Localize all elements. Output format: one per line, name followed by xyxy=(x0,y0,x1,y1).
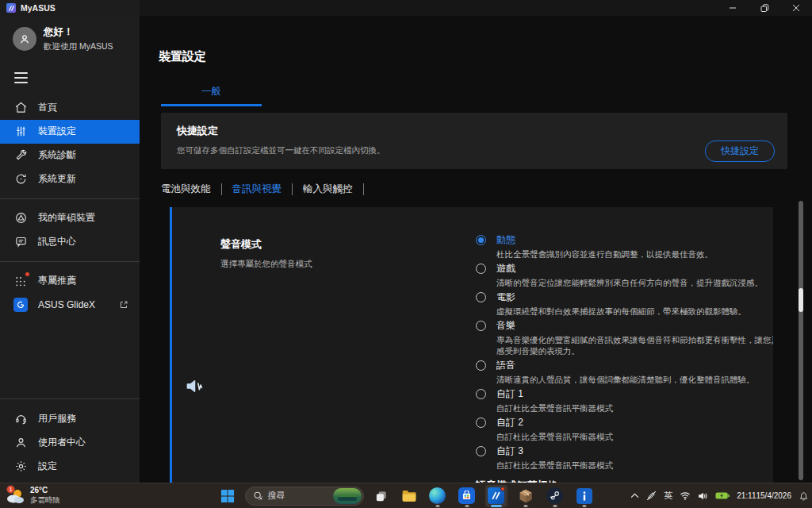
radio-row[interactable]: 電影 xyxy=(476,291,773,303)
wifi-icon[interactable] xyxy=(680,491,691,500)
sound-mode-header: 聲音模式 選擇專屬於您的聲音模式 xyxy=(220,237,312,270)
sidebar-item-home[interactable]: 首頁 xyxy=(0,96,140,120)
sidebar-item-label: 使用者中心 xyxy=(38,436,86,449)
sidebar-item-customer-service[interactable]: 用戶服務 xyxy=(0,406,140,430)
radio-button[interactable] xyxy=(476,446,486,456)
category-tab-bar: 電池與效能 音訊與視覺 輸入與觸控 xyxy=(161,183,812,196)
radio-button[interactable] xyxy=(476,360,486,371)
running-indicator xyxy=(582,505,586,507)
restore-button[interactable] xyxy=(749,0,780,16)
option-label: 自訂 1 xyxy=(496,387,523,401)
option-description: 專為音樂優化的豐富細膩的音訊效果讓每個音符和節拍都更有衝擊性，讓您真正感受到音樂… xyxy=(496,334,773,357)
window-title: MyASUS xyxy=(21,3,56,13)
tab-general[interactable]: 一般 xyxy=(161,85,262,106)
running-indicator xyxy=(465,505,469,507)
tab-input-touch[interactable]: 輸入與觸控 xyxy=(303,183,353,196)
clock-time: 21:11 xyxy=(737,491,756,501)
titlebar: MyASUS xyxy=(0,0,812,16)
taskbar-clock[interactable]: 21:11 15/4/2026 xyxy=(737,491,791,501)
start-button[interactable] xyxy=(217,486,238,506)
window-controls xyxy=(717,0,812,16)
search-daily-image xyxy=(333,488,362,504)
sidebar-item-my-asus-devices[interactable]: 我的華碩裝置 xyxy=(0,206,140,230)
option-description: 自訂杜比全景聲音訊平衡器模式 xyxy=(496,402,773,414)
radio-button[interactable] xyxy=(476,292,486,302)
option-label: 遊戲 xyxy=(496,262,515,275)
pen-disabled-icon[interactable] xyxy=(646,491,657,501)
notification-badge xyxy=(25,272,29,276)
message-center-icon xyxy=(13,235,28,249)
page-title: 裝置設定 xyxy=(159,49,812,64)
taskbar-app-asus-box[interactable] xyxy=(515,485,537,507)
tab-audio-visual[interactable]: 音訊與視覺 xyxy=(232,183,282,196)
sidebar-item-asus-glidex[interactable]: ASUS GlideX xyxy=(0,293,140,317)
sidebar-item-settings[interactable]: 設定 xyxy=(0,454,140,478)
asus-box-icon xyxy=(518,488,534,504)
minimize-button[interactable] xyxy=(717,0,749,16)
running-indicator xyxy=(435,505,439,507)
search-icon xyxy=(253,491,263,501)
myasus-notification-dot xyxy=(500,487,505,491)
sidebar: 您好！ 歡迎使用 MyASUS 首頁 裝置設定 xyxy=(0,16,140,483)
radio-button[interactable] xyxy=(476,264,486,274)
tab-separator xyxy=(292,183,293,195)
sidebar-item-message-center[interactable]: 訊息中心 xyxy=(0,230,140,254)
radio-button[interactable] xyxy=(476,321,486,331)
taskbar-app-microsoft-store[interactable] xyxy=(456,485,478,507)
weather-text: 26°C 多雲時陰 xyxy=(30,486,60,506)
screen: MyASUS 您好！ 歡迎使用 MyASUS xyxy=(0,0,812,508)
radio-button[interactable] xyxy=(476,418,486,428)
quick-settings-button[interactable]: 快捷設定 xyxy=(705,140,775,162)
scrollbar-thumb[interactable] xyxy=(799,288,803,312)
sidebar-item-system-update[interactable]: 系統更新 xyxy=(0,167,140,191)
user-greeting[interactable]: 您好！ 歡迎使用 MyASUS xyxy=(0,16,140,52)
sound-option-movie: 電影 虛擬環繞聲和對白效果捕捉故事的每個細節，帶來極致的觀影體驗。 xyxy=(476,291,773,317)
main-content: 裝置設定 一般 快捷設定 您可儲存多個自訂設定檔並可一鍵在不同設定檔內切換。 快… xyxy=(140,16,812,483)
device-settings-icon xyxy=(13,125,28,139)
radio-row[interactable]: 遊戲 xyxy=(476,262,773,275)
radio-button[interactable] xyxy=(476,235,486,245)
radio-button[interactable] xyxy=(476,389,486,399)
sidebar-item-device-settings[interactable]: 裝置設定 xyxy=(0,120,140,144)
tab-separator xyxy=(363,183,364,195)
ime-indicator[interactable]: 英 xyxy=(664,490,672,502)
volume-icon[interactable] xyxy=(698,491,708,501)
scrollbar-track[interactable] xyxy=(799,201,803,480)
sidebar-item-recommendations[interactable]: 專屬推薦 xyxy=(0,269,140,293)
sidebar-item-user-center[interactable]: 使用者中心 xyxy=(0,430,140,454)
taskbar-app-info[interactable] xyxy=(573,485,596,507)
running-indicator-active xyxy=(491,505,502,507)
hamburger-menu-button[interactable] xyxy=(14,72,28,87)
taskbar-app-edge[interactable] xyxy=(427,485,449,507)
battery-icon[interactable] xyxy=(715,491,730,500)
system-diagnosis-icon xyxy=(13,148,28,163)
audio-settings-panel: 聲音模式 選擇專屬於您的聲音模式 動態 杜比全景聲會識別內容並進行自動調整，以提… xyxy=(170,207,773,483)
option-description: 自訂杜比全景聲音訊平衡器模式 xyxy=(496,431,773,443)
weather-temp: 26°C xyxy=(30,486,60,495)
sidebar-divider xyxy=(0,198,140,199)
close-button[interactable] xyxy=(780,0,812,16)
tab-battery-performance[interactable]: 電池與效能 xyxy=(161,183,211,196)
sound-option-custom-1: 自訂 1 自訂杜比全景聲音訊平衡器模式 xyxy=(476,388,773,414)
taskbar-search[interactable]: 搜尋 xyxy=(245,487,364,506)
option-label: 語音 xyxy=(496,359,515,372)
clock-date: 15/4/2026 xyxy=(756,491,792,501)
file-explorer-icon[interactable] xyxy=(399,486,419,506)
sidebar-nav-bottom: 用戶服務 使用者中心 設定 xyxy=(0,391,140,483)
gear-icon xyxy=(13,459,28,473)
myasus-logo-icon xyxy=(6,3,16,13)
taskbar-weather-widget[interactable]: 1 26°C 多雲時陰 xyxy=(5,486,60,506)
taskbar-app-myasus[interactable] xyxy=(485,485,508,507)
radio-row[interactable]: 自訂 2 xyxy=(476,417,773,429)
tray-chevron-up-icon[interactable] xyxy=(630,493,639,498)
radio-row[interactable]: 音樂 xyxy=(476,319,773,332)
radio-row[interactable]: 語音 xyxy=(476,360,773,372)
notification-bell-icon[interactable] xyxy=(799,491,809,501)
radio-row[interactable]: 自訂 3 xyxy=(476,445,773,458)
radio-row[interactable]: 自訂 1 xyxy=(476,388,773,401)
radio-row[interactable]: 動態 xyxy=(476,233,773,246)
taskbar-app-steam[interactable] xyxy=(544,485,566,507)
sidebar-item-system-diagnosis[interactable]: 系統診斷 xyxy=(0,144,140,167)
task-view-button[interactable] xyxy=(371,486,392,506)
microsoft-store-icon xyxy=(458,487,475,504)
